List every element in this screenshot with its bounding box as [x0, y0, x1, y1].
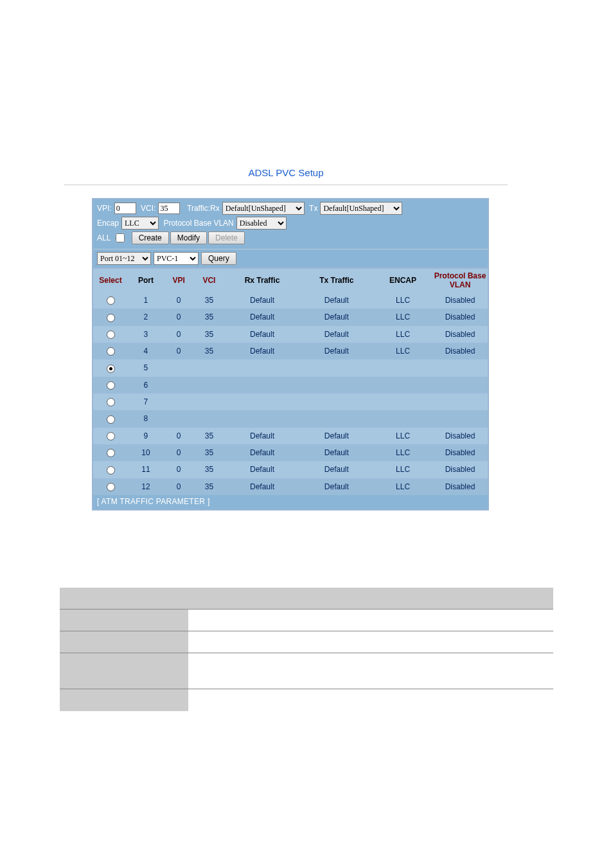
cell-vci: 35 [193, 343, 224, 359]
pvc-table: Select Port VPI VCI Rx Traffic Tx Traffi… [93, 269, 488, 495]
cell-port: 8 [128, 410, 164, 427]
cell-pbv: Disabled [432, 461, 488, 478]
vpi-label: VPI: [97, 204, 112, 213]
cell-encap: LLC [373, 343, 432, 359]
top-controls: VPI: VCI: Traffic:Rx Default[UnShaped] T… [93, 199, 488, 249]
cell-port: 3 [128, 326, 164, 343]
query-button[interactable]: Query [201, 252, 236, 265]
tx-label: Tx [309, 204, 317, 213]
cell-encap [373, 393, 432, 410]
cell-rx: Default [224, 326, 299, 343]
traffic-rx-label: Traffic:Rx [187, 204, 220, 213]
encap-select[interactable]: LLC [121, 217, 159, 230]
row-select-radio[interactable] [107, 314, 115, 322]
cell-pbv: Disabled [432, 326, 488, 343]
row-select-radio[interactable] [107, 449, 115, 457]
cell-rx: Default [224, 292, 299, 309]
cell-tx: Default [300, 428, 374, 444]
cell-pbv [432, 393, 488, 410]
create-button[interactable]: Create [132, 231, 169, 244]
delete-button[interactable]: Delete [208, 231, 245, 244]
cell-encap: LLC [373, 461, 432, 478]
cell-vci: 35 [193, 326, 224, 343]
cell-pbv: Disabled [432, 343, 488, 359]
port-range-select[interactable]: Port 01~12 [97, 252, 151, 265]
table-row: 7 [93, 393, 488, 410]
row-select-radio[interactable] [107, 381, 115, 390]
cell-rx [224, 359, 299, 376]
cell-tx: Default [300, 343, 374, 359]
cell-rx: Default [224, 309, 299, 325]
cell-pbv: Disabled [432, 292, 488, 309]
cell-port: 11 [128, 461, 164, 478]
row-select-radio[interactable] [107, 432, 115, 440]
col-vpi: VPI [164, 269, 194, 292]
cell-port: 10 [128, 444, 164, 461]
cell-encap: LLC [373, 326, 432, 343]
pbv-select[interactable]: Disabled [236, 217, 287, 230]
cell-pbv: Disabled [432, 428, 488, 444]
all-checkbox[interactable] [116, 233, 125, 242]
cell-encap: LLC [373, 478, 432, 495]
cell-vpi [164, 359, 194, 376]
cell-rx: Default [224, 428, 299, 444]
row-select-radio[interactable] [107, 347, 115, 356]
cell-port: 1 [128, 292, 164, 309]
row-select-radio[interactable] [107, 296, 115, 305]
modify-button[interactable]: Modify [170, 231, 207, 244]
cell-vci: 35 [193, 309, 224, 325]
table-row: 10035DefaultDefaultLLCDisabled [93, 444, 488, 461]
atm-traffic-parameter-link[interactable]: [ ATM TRAFFIC PARAMETER ] [93, 495, 488, 509]
cell-vci [193, 393, 224, 410]
traffic-rx-select[interactable]: Default[UnShaped] [222, 202, 305, 215]
cell-pbv: Disabled [432, 444, 488, 461]
cell-vci: 35 [193, 428, 224, 444]
vpi-input[interactable] [114, 203, 136, 214]
cell-vci: 35 [193, 478, 224, 495]
cell-rx: Default [224, 343, 299, 359]
page-title: ADSL PVC Setup [64, 154, 508, 185]
vci-input[interactable] [158, 203, 180, 214]
cell-port: 2 [128, 309, 164, 325]
row-select-radio[interactable] [107, 398, 115, 406]
traffic-tx-select[interactable]: Default[UnShaped] [320, 202, 402, 215]
col-rx: Rx Traffic [224, 269, 299, 292]
cell-vpi: 0 [164, 326, 194, 343]
cell-rx: Default [224, 478, 299, 495]
cell-vpi [164, 377, 194, 393]
table-row: 12035DefaultDefaultLLCDisabled [93, 478, 488, 495]
cell-vpi [164, 393, 194, 410]
table-row: 9035DefaultDefaultLLCDisabled [93, 428, 488, 444]
pvc-select[interactable]: PVC-1 [154, 252, 199, 265]
col-encap: ENCAP [373, 269, 432, 292]
cell-port: 12 [128, 478, 164, 495]
row-select-radio[interactable] [107, 330, 115, 339]
cell-rx [224, 393, 299, 410]
row-select-radio[interactable] [107, 415, 115, 424]
row-select-radio[interactable] [107, 483, 115, 491]
pbv-label: Protocol Base VLAN [163, 219, 233, 228]
cell-vci: 35 [193, 461, 224, 478]
cell-encap: LLC [373, 428, 432, 444]
cell-tx [300, 410, 374, 427]
table-row: 2035DefaultDefaultLLCDisabled [93, 309, 488, 325]
vci-label: VCI: [141, 204, 155, 213]
cell-encap: LLC [373, 292, 432, 309]
cell-vci: 35 [193, 444, 224, 461]
cell-tx: Default [300, 461, 374, 478]
row-select-radio[interactable] [107, 365, 115, 373]
table-row: 6 [93, 377, 488, 393]
row-select-radio[interactable] [107, 466, 115, 475]
cell-vpi: 0 [164, 461, 194, 478]
cell-tx: Default [300, 309, 374, 325]
cell-vci: 35 [193, 292, 224, 309]
cell-tx [300, 359, 374, 376]
cell-vci [193, 359, 224, 376]
cell-tx: Default [300, 326, 374, 343]
col-pbv: Protocol Base VLAN [432, 269, 488, 292]
cell-port: 9 [128, 428, 164, 444]
cell-vci [193, 377, 224, 393]
cell-tx [300, 393, 374, 410]
encap-label: Encap [97, 219, 119, 228]
table-row: 4035DefaultDefaultLLCDisabled [93, 343, 488, 359]
